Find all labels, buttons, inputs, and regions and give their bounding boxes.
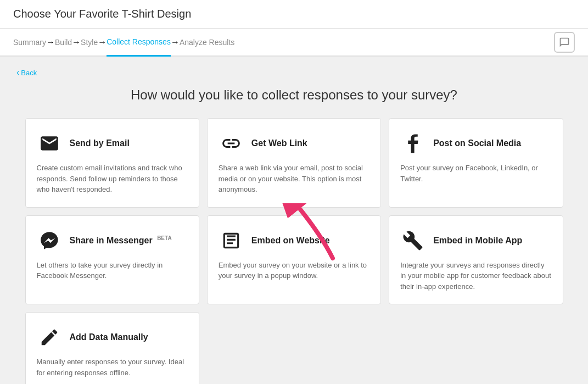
card-description: Manually enter responses to your survey.… <box>37 357 188 378</box>
card-title: Get Web Link <box>251 138 307 148</box>
card-title: Embed in Mobile App <box>433 236 522 246</box>
facebook-icon <box>400 131 425 156</box>
email-icon <box>37 131 62 156</box>
nav-step-analyze[interactable]: Analyze Results <box>180 29 234 55</box>
nav-bar: Summary → Build → Style → Collect Respon… <box>0 29 588 57</box>
nav-arrow-2: → <box>72 37 81 47</box>
card-send-email[interactable]: Send by Email Create custom email invita… <box>25 118 199 208</box>
page-question: How would you like to collect responses … <box>16 87 572 103</box>
card-title: Post on Social Media <box>433 138 521 148</box>
card-header: Embed on Website <box>219 228 369 253</box>
nav-step-summary[interactable]: Summary <box>13 29 46 55</box>
card-description: Share a web link via your email, post to… <box>219 163 369 195</box>
card-post-social[interactable]: Post on Social Media Post your survey on… <box>389 118 563 208</box>
card-header: Get Web Link <box>219 131 369 156</box>
messenger-icon <box>37 228 62 253</box>
card-description: Integrate your surveys and responses dir… <box>400 260 551 292</box>
main-content: Back How would you like to collect respo… <box>0 57 588 384</box>
card-description: Create custom email invitations and trac… <box>37 163 188 195</box>
card-header: Add Data Manually <box>37 325 188 350</box>
comment-icon <box>559 37 570 48</box>
nav-step-collect[interactable]: Collect Responses <box>107 29 171 57</box>
card-title: Share in Messenger BETA <box>70 235 172 246</box>
link-icon <box>219 131 244 156</box>
card-description: Let others to take your survey directly … <box>37 260 188 281</box>
nav-step-build[interactable]: Build <box>55 29 72 55</box>
embed-icon <box>219 228 244 253</box>
card-get-web-link[interactable]: Get Web Link Share a web link via your e… <box>207 118 381 208</box>
nav-arrow-3: → <box>98 37 107 47</box>
card-description: Post your survey on Facebook, LinkedIn, … <box>400 163 551 184</box>
nav-step-style[interactable]: Style <box>81 29 98 55</box>
cards-grid: Send by Email Create custom email invita… <box>25 118 563 384</box>
nav-steps: Summary → Build → Style → Collect Respon… <box>13 29 554 55</box>
card-add-manually[interactable]: Add Data Manually Manually enter respons… <box>25 312 199 384</box>
nav-arrow-4: → <box>171 37 180 47</box>
card-title: Add Data Manually <box>70 332 148 342</box>
page-title: Choose Your Favorite T-Shirt Design <box>13 8 575 20</box>
pencil-icon <box>37 325 62 350</box>
card-share-messenger[interactable]: Share in Messenger BETA Let others to ta… <box>25 215 199 305</box>
title-bar: Choose Your Favorite T-Shirt Design <box>0 0 588 29</box>
comment-button[interactable] <box>554 32 575 53</box>
card-header: Send by Email <box>37 131 188 156</box>
mobile-icon <box>400 228 425 253</box>
card-header: Embed in Mobile App <box>400 228 551 253</box>
card-embed-website[interactable]: Embed on Website Embed your survey on yo… <box>207 215 381 305</box>
card-title: Send by Email <box>70 138 130 148</box>
beta-badge: BETA <box>157 235 171 241</box>
card-header: Post on Social Media <box>400 131 551 156</box>
card-header: Share in Messenger BETA <box>37 228 188 253</box>
card-embed-mobile[interactable]: Embed in Mobile App Integrate your surve… <box>389 215 563 305</box>
card-title: Embed on Website <box>251 236 330 246</box>
back-link[interactable]: Back <box>16 68 37 77</box>
nav-arrow-1: → <box>46 37 55 47</box>
card-description: Embed your survey on your website or a l… <box>219 260 369 281</box>
